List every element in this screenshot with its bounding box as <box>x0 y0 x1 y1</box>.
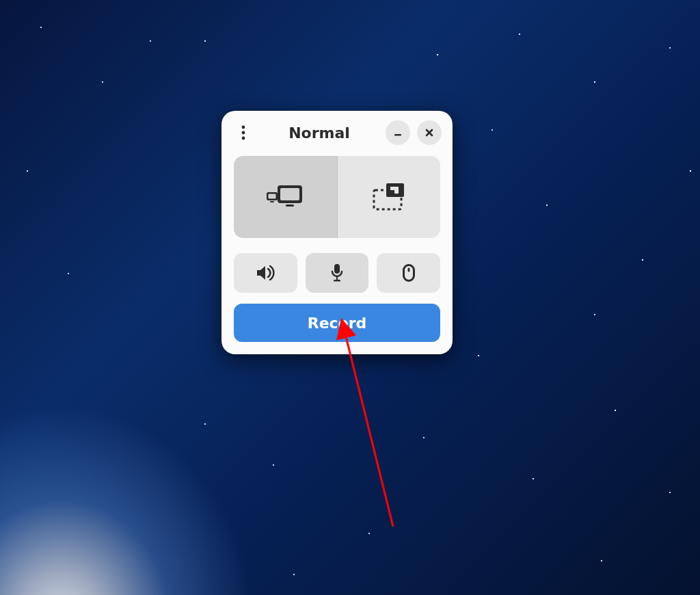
svg-rect-15 <box>403 265 414 281</box>
minimize-button[interactable] <box>386 120 410 145</box>
svg-point-0 <box>242 126 245 129</box>
speaker-toggle[interactable] <box>234 253 297 293</box>
kebab-menu-icon <box>241 125 245 140</box>
svg-rect-14 <box>334 280 340 282</box>
microphone-toggle[interactable] <box>306 253 369 293</box>
speaker-icon <box>256 264 275 282</box>
cursor-toggle[interactable] <box>377 253 440 293</box>
window-content: Record <box>221 153 453 342</box>
record-button-label: Record <box>308 315 367 332</box>
svg-rect-9 <box>270 201 274 202</box>
window-controls <box>386 120 442 145</box>
svg-rect-3 <box>394 134 401 136</box>
svg-rect-13 <box>336 276 338 280</box>
minimize-icon <box>393 128 403 137</box>
desktop-background: Normal <box>0 0 700 595</box>
titlebar: Normal <box>221 111 453 153</box>
svg-point-1 <box>242 131 245 135</box>
microphone-icon <box>330 263 344 282</box>
screen-icon <box>265 183 305 211</box>
capture-screen-button[interactable] <box>234 156 337 238</box>
capture-selection-button[interactable] <box>338 156 441 238</box>
selection-icon <box>371 182 407 212</box>
svg-point-2 <box>242 137 245 140</box>
capture-mode-selector <box>234 156 440 238</box>
svg-rect-5 <box>280 188 299 200</box>
recorder-window: Normal <box>221 111 453 354</box>
close-icon <box>425 128 434 137</box>
record-button[interactable]: Record <box>234 304 440 342</box>
mouse-icon <box>403 264 415 282</box>
svg-rect-12 <box>334 264 340 274</box>
svg-rect-8 <box>269 194 276 199</box>
svg-rect-16 <box>407 268 409 272</box>
window-title: Normal <box>253 124 386 142</box>
options-row <box>234 253 440 293</box>
close-button[interactable] <box>417 120 442 145</box>
svg-rect-6 <box>286 204 294 207</box>
menu-button[interactable] <box>234 123 253 142</box>
